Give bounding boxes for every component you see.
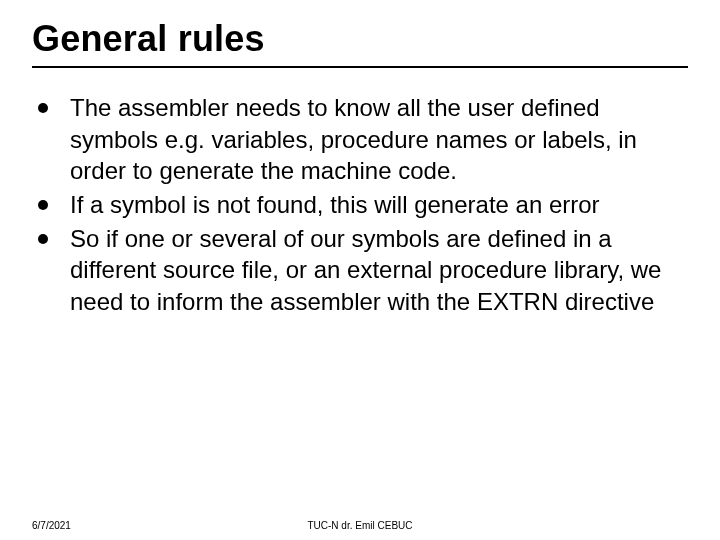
footer-date: 6/7/2021: [32, 520, 71, 531]
footer-attribution: TUC-N dr. Emil CEBUC: [307, 520, 412, 531]
slide-container: General rules The assembler needs to kno…: [0, 0, 720, 540]
title-underline: [32, 66, 688, 68]
content-area: The assembler needs to know all the user…: [32, 92, 688, 318]
slide-title: General rules: [32, 18, 688, 60]
list-item: If a symbol is not found, this will gene…: [38, 189, 682, 221]
bullet-icon: [38, 103, 48, 113]
bullet-icon: [38, 234, 48, 244]
bullet-text: If a symbol is not found, this will gene…: [70, 189, 682, 221]
bullet-text: The assembler needs to know all the user…: [70, 92, 682, 187]
bullet-icon: [38, 200, 48, 210]
list-item: The assembler needs to know all the user…: [38, 92, 682, 187]
bullet-text: So if one or several of our symbols are …: [70, 223, 682, 318]
list-item: So if one or several of our symbols are …: [38, 223, 682, 318]
